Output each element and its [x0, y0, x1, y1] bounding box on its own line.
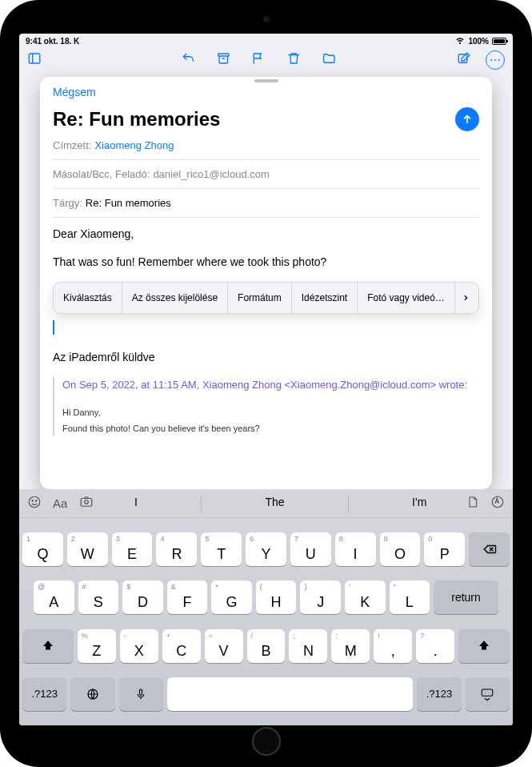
key-x[interactable]: X- — [120, 629, 158, 663]
subject-label: Tárgy: — [53, 197, 82, 209]
menu-insert-photo[interactable]: Fotó vagy videó… — [358, 283, 455, 313]
cc-bcc-label: Másolat/Bcc, Feladó: — [53, 168, 150, 180]
key-.[interactable]: .? — [416, 629, 454, 663]
document-icon[interactable] — [466, 495, 479, 512]
menu-select-all[interactable]: Az összes kijelölése — [122, 283, 228, 313]
key-z[interactable]: Z% — [78, 629, 116, 663]
archive-icon[interactable] — [216, 51, 230, 69]
compose-sheet: Mégsem Re: Fun memories Címzett: Xiaomen… — [40, 77, 492, 489]
background-mail-toolbar: ⋯ — [19, 48, 513, 72]
key-y[interactable]: Y6 — [246, 532, 286, 566]
shift-key[interactable] — [22, 629, 74, 663]
trash-icon[interactable] — [286, 51, 301, 69]
quote-line-1: Hi Danny, — [62, 406, 479, 420]
reply-icon[interactable] — [181, 51, 195, 69]
return-key[interactable]: return — [434, 580, 498, 614]
suggestion-1[interactable]: I — [118, 496, 154, 512]
globe-key[interactable] — [70, 677, 114, 711]
body-paragraph: That was so fun! Remember where we took … — [53, 254, 479, 271]
key-p[interactable]: P0 — [424, 532, 465, 566]
body-greeting: Dear Xiaomeng, — [53, 226, 479, 243]
hide-keyboard-key[interactable] — [466, 677, 510, 711]
edit-context-menu: Kiválasztás Az összes kijelölése Formátu… — [53, 282, 479, 314]
backspace-key[interactable] — [469, 532, 510, 566]
kb-row-4: .?123 .?123 — [22, 677, 510, 711]
signature: Az iPademről küldve — [53, 349, 479, 366]
key-g[interactable]: G* — [211, 580, 252, 614]
quote-header: On Sep 5, 2022, at 11:15 AM, Xiaomeng Zh… — [62, 377, 479, 393]
dictation-key[interactable] — [119, 677, 163, 711]
markup-icon[interactable] — [490, 495, 505, 512]
menu-format[interactable]: Formátum — [228, 283, 292, 313]
key-k[interactable]: K' — [345, 580, 386, 614]
sidebar-toggle-icon[interactable] — [27, 51, 42, 69]
suggest-divider — [348, 496, 349, 512]
key-h[interactable]: H( — [256, 580, 297, 614]
key-v[interactable]: V= — [205, 629, 243, 663]
text-cursor-area[interactable] — [53, 320, 479, 335]
cc-bcc-value: daniel_rico1@icloud.com — [153, 168, 269, 180]
key-e[interactable]: E3 — [112, 532, 153, 566]
key-d[interactable]: D$ — [122, 580, 163, 614]
text-format-icon[interactable]: Aa — [53, 496, 67, 510]
home-button[interactable] — [252, 727, 281, 756]
compose-icon[interactable] — [457, 51, 471, 69]
cc-bcc-field[interactable]: Másolat/Bcc, Feladó: daniel_rico1@icloud… — [53, 160, 479, 189]
key-n[interactable]: N; — [289, 629, 327, 663]
key-u[interactable]: U7 — [290, 532, 331, 566]
compose-title: Re: Fun memories — [53, 108, 220, 131]
quoted-message: On Sep 5, 2022, at 11:15 AM, Xiaomeng Zh… — [53, 377, 479, 436]
key-c[interactable]: C+ — [162, 629, 201, 663]
key-j[interactable]: J) — [300, 580, 341, 614]
more-menu-icon[interactable]: ⋯ — [486, 50, 505, 70]
camera-dot — [263, 16, 270, 22]
folder-icon[interactable] — [322, 51, 336, 69]
suggestion-3[interactable]: I'm — [396, 496, 442, 512]
shift-key-right[interactable] — [458, 629, 510, 663]
key-,[interactable]: ,! — [374, 629, 412, 663]
numbers-key-right[interactable]: .?123 — [417, 677, 461, 711]
text-cursor — [53, 320, 54, 335]
key-q[interactable]: Q1 — [22, 532, 63, 566]
keyboard: Aa I The I'm Q1W2E3R4T5Y6U7 — [19, 489, 513, 725]
flag-icon[interactable] — [251, 51, 266, 69]
camera-scan-icon[interactable] — [78, 495, 94, 512]
key-w[interactable]: W2 — [67, 532, 108, 566]
svg-rect-15 — [482, 689, 494, 696]
key-f[interactable]: F& — [167, 580, 208, 614]
cancel-button[interactable]: Mégsem — [53, 86, 96, 98]
sheet-grabber[interactable] — [254, 79, 278, 82]
menu-select[interactable]: Kiválasztás — [54, 283, 122, 313]
key-l[interactable]: L" — [390, 580, 430, 614]
quote-line-2: Found this photo! Can you believe it's b… — [62, 422, 479, 436]
svg-rect-0 — [29, 54, 40, 63]
subject-field[interactable]: Tárgy: Re: Fun memories — [53, 189, 479, 218]
menu-quote-level[interactable]: Idézetszint — [292, 283, 358, 313]
numbers-key[interactable]: .?123 — [22, 677, 66, 711]
key-o[interactable]: O9 — [380, 532, 421, 566]
to-value: Xiaomeng Zhong — [94, 139, 174, 151]
to-field[interactable]: Címzett: Xiaomeng Zhong — [53, 131, 479, 160]
key-s[interactable]: S# — [78, 580, 119, 614]
svg-point-9 — [85, 500, 89, 504]
key-t[interactable]: T5 — [201, 532, 242, 566]
space-key[interactable] — [167, 677, 413, 711]
key-i[interactable]: I8 — [335, 532, 376, 566]
menu-more-icon[interactable] — [455, 283, 476, 313]
emoji-picker-icon[interactable] — [27, 495, 42, 512]
key-a[interactable]: A@ — [34, 580, 74, 614]
key-b[interactable]: B/ — [247, 629, 286, 663]
svg-rect-8 — [82, 498, 93, 506]
status-time: 9:41 okt. 18. K — [26, 37, 79, 46]
subject-value: Re: Fun memories — [86, 197, 171, 209]
suggestion-2[interactable]: The — [249, 496, 300, 512]
key-m[interactable]: M: — [331, 629, 370, 663]
svg-point-5 — [29, 496, 40, 508]
svg-point-6 — [32, 500, 34, 501]
ipad-device: 9:41 okt. 18. K 100% ⋯ — [0, 0, 532, 767]
suggest-divider — [201, 496, 202, 512]
key-r[interactable]: R4 — [156, 532, 197, 566]
send-button[interactable] — [455, 107, 479, 131]
message-body[interactable]: Dear Xiaomeng, That was so fun! Remember… — [40, 218, 492, 489]
to-label: Címzett: — [53, 139, 91, 151]
